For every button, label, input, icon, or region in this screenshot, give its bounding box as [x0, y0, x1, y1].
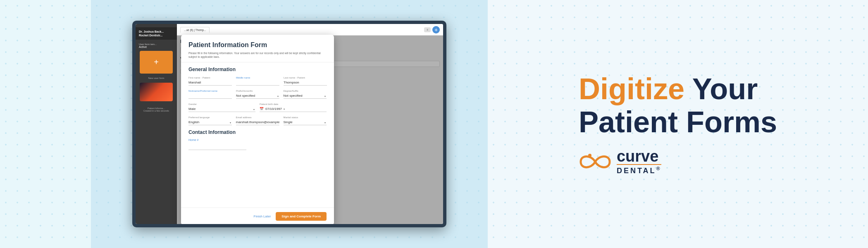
middle-name-group: Middle name	[236, 76, 279, 86]
sidebar-active-label: Active	[136, 45, 177, 48]
degree-select-wrapper: Not specified ▾	[284, 93, 327, 99]
birthdate-field[interactable]: 📅 07/10/1997 ▾	[260, 106, 327, 112]
registered-mark: ®	[656, 166, 662, 172]
screenshot-area: Dr. Joshua Back... Rocket Dentistr... Us…	[91, 0, 488, 248]
sidebar-thumbnail	[140, 83, 173, 101]
top-bar-actions: ≡ +	[424, 26, 440, 33]
marital-group: Marital status Single ▾	[284, 116, 327, 125]
marital-label: Marital status	[284, 116, 327, 119]
first-name-input[interactable]	[188, 80, 232, 86]
home-number-label: Home #	[188, 138, 327, 141]
name-row: First name - Patient Middle name Last na…	[188, 76, 327, 86]
headline: Digitize Your Patient Forms	[579, 73, 777, 138]
gender-birth-row: Gender Male ▾	[188, 103, 327, 112]
modal-body: General Information First name - Patient	[181, 62, 334, 207]
tab-active[interactable]: ...ue (6) | Thomp...	[180, 27, 210, 33]
headline-your: Your	[692, 72, 758, 105]
screen-inner: Dr. Joshua Back... Rocket Dentistr... Us…	[136, 24, 443, 224]
top-bar: ...ue (6) | Thomp... ≡ +	[177, 24, 443, 36]
sign-complete-button[interactable]: Sign and Complete Form	[276, 212, 327, 221]
degree-label: Degree/Suffix	[284, 90, 327, 92]
lang-email-marital-row: Preferred language English ▾	[188, 116, 327, 125]
prefix-group: Prefix/Honorific Not specified ▾	[236, 90, 279, 99]
gender-select[interactable]: Male	[188, 106, 255, 112]
degree-select[interactable]: Not specified	[284, 93, 327, 99]
degree-group: Degree/Suffix Not specified ▾	[284, 90, 327, 99]
language-select[interactable]: English	[188, 119, 232, 125]
modal-header: Patient Information Form Please fill in …	[181, 35, 334, 62]
language-group: Preferred language English ▾	[188, 116, 232, 125]
nickname-group: Nickname/Preferred name	[188, 90, 232, 99]
nickname-label: Nickname/Preferred name	[188, 90, 232, 92]
sidebar-header: Dr. Joshua Back... Rocket Dentistr...	[136, 27, 177, 40]
gender-label: Gender	[188, 103, 255, 105]
sidebar-logo-subtext: Rocket Dentistr...	[139, 33, 174, 37]
contact-section-title: Contact Information	[188, 129, 327, 135]
patient-info-modal: Patient Information Form Please fill in …	[181, 35, 334, 224]
modal-overlay: Patient Information Form Please fill in …	[177, 36, 443, 224]
left-decorative-bg	[0, 0, 91, 248]
dental-label: DENTAL®	[617, 164, 662, 175]
sidebar-new-form-label: New user form	[146, 76, 166, 80]
marital-select-wrapper: Single ▾	[284, 119, 327, 125]
language-label: Preferred language	[188, 116, 232, 119]
prefix-select[interactable]: Not specified	[236, 93, 279, 99]
curve-dental-logo: curve DENTAL®	[579, 148, 777, 175]
general-info-section-title: General Information	[188, 67, 327, 72]
computer-screen: Dr. Joshua Back... Rocket Dentistr... Us…	[132, 21, 446, 227]
birthdate-label: Patient birth date	[260, 103, 327, 105]
modal-subtitle: Please fill in the following information…	[188, 51, 327, 59]
nickname-input[interactable]	[188, 93, 232, 99]
body-area: l Thompson Send to Kiosk ▾ ▾ forms n For…	[177, 36, 443, 224]
main-content: ...ue (6) | Thomp... ≡ + l Thompson	[177, 24, 443, 224]
add-button[interactable]: +	[432, 26, 440, 33]
sidebar-patient-info-label: Patient Informa... Created in a few seco…	[142, 105, 171, 114]
prefix-label: Prefix/Honorific	[236, 90, 279, 92]
curve-text-block: curve DENTAL®	[617, 148, 662, 175]
headline-patient-forms: Patient Forms	[579, 105, 777, 138]
date-dropdown-icon: ▾	[284, 107, 285, 110]
email-label: Email address	[236, 116, 279, 119]
email-group: Email address	[236, 116, 279, 125]
first-name-group: First name - Patient	[188, 76, 232, 86]
middle-name-label: Middle name	[236, 76, 279, 79]
gender-select-wrapper: Male ▾	[188, 106, 255, 112]
middle-name-input[interactable]	[236, 80, 279, 86]
calendar-icon: 📅	[260, 107, 264, 111]
nickname-prefix-row: Nickname/Preferred name Prefix/Honorific…	[188, 90, 327, 99]
marital-select[interactable]: Single	[284, 119, 327, 125]
modal-footer: Finish Later Sign and Complete Form	[181, 207, 334, 224]
last-name-group: Last name - Patient	[284, 76, 327, 86]
home-number-input[interactable]	[188, 144, 246, 150]
last-name-input[interactable]	[284, 80, 327, 86]
svg-point-0	[588, 154, 591, 157]
plus-icon: +	[154, 57, 159, 67]
curve-brand-name: curve	[617, 148, 662, 164]
sidebar-add-card[interactable]: +	[140, 51, 173, 74]
curve-dental-icon	[579, 150, 612, 173]
language-select-wrapper: English ▾	[188, 119, 232, 125]
sidebar: Dr. Joshua Back... Rocket Dentistr... Us…	[136, 24, 177, 224]
gender-group: Gender Male ▾	[188, 103, 255, 112]
modal-title: Patient Information Form	[188, 41, 327, 49]
birthdate-value: 07/10/1997	[265, 107, 282, 111]
add-icon: +	[434, 26, 438, 33]
first-name-label: First name - Patient	[188, 76, 232, 79]
birthdate-group: Patient birth date 📅 07/10/1997 ▾	[260, 103, 327, 112]
menu-button[interactable]: ≡	[424, 27, 431, 32]
headline-digitize: Digitize	[579, 72, 684, 105]
digitize-panel: Digitize Your Patient Forms curve DENTAL…	[579, 73, 777, 175]
sidebar-logo-text: Dr. Joshua Back...	[139, 30, 174, 33]
finish-later-button[interactable]: Finish Later	[254, 215, 271, 218]
dot-pattern-left	[0, 0, 91, 248]
prefix-select-wrapper: Not specified ▾	[236, 93, 279, 99]
right-panel: Digitize Your Patient Forms curve DENTAL…	[488, 0, 868, 248]
email-input[interactable]	[236, 119, 279, 125]
last-name-label: Last name - Patient	[284, 76, 327, 79]
